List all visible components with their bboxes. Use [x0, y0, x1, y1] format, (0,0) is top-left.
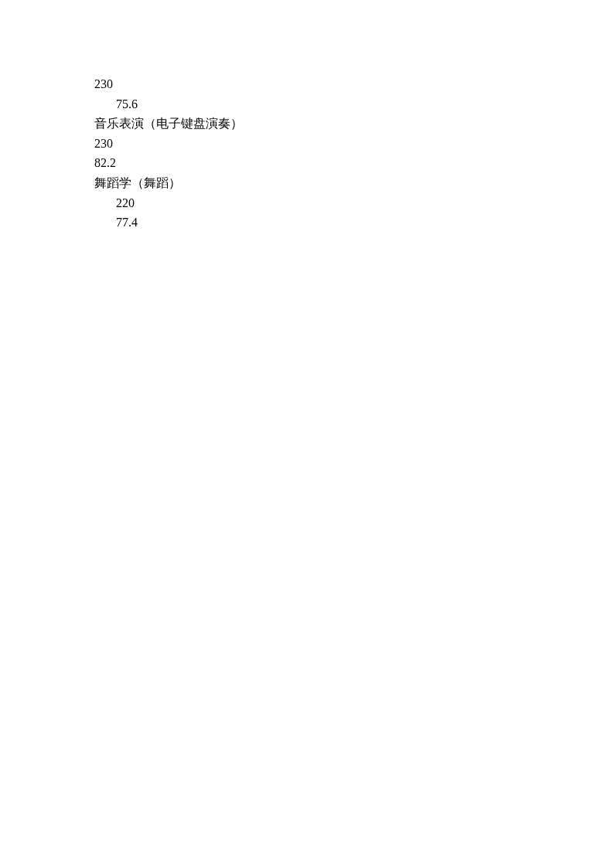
text-line-3: 230	[94, 134, 614, 154]
text-line-0: 230	[94, 74, 614, 94]
text-line-5: 舞蹈学（舞蹈）	[94, 173, 614, 193]
text-line-4: 82.2	[94, 153, 614, 173]
text-line-7: 77.4	[94, 213, 614, 233]
text-line-6: 220	[94, 193, 614, 213]
text-line-2: 音乐表演（电子键盘演奏）	[94, 114, 614, 134]
text-line-1: 75.6	[94, 94, 614, 114]
